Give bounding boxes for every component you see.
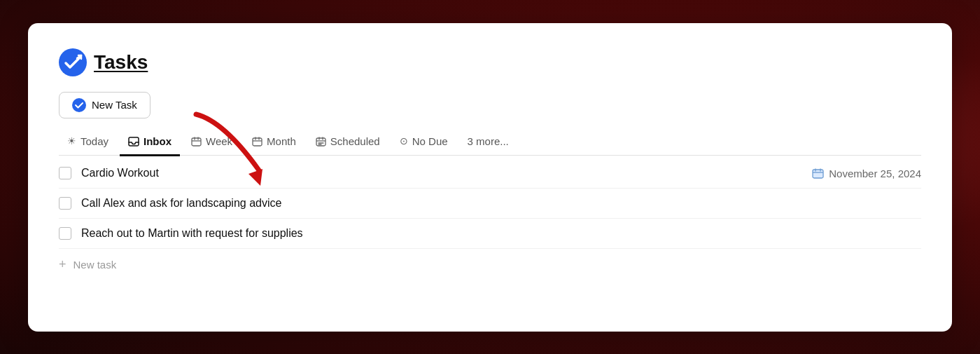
new-task-label: New Task (92, 99, 137, 111)
tab-today[interactable]: ☀ Today (59, 130, 117, 156)
svg-rect-7 (813, 170, 823, 178)
no-due-icon: ⊙ (400, 135, 408, 147)
month-icon (252, 135, 262, 147)
svg-rect-5 (253, 138, 262, 146)
main-card: Tasks New Task ☀ Today (28, 23, 952, 332)
tab-week[interactable]: Week (183, 130, 241, 156)
task-1-date: November 25, 2024 (812, 168, 921, 179)
add-task-plus-icon: + (59, 257, 66, 272)
tab-month[interactable]: Month (244, 130, 304, 156)
task-3-text: Reach out to Martin with request for sup… (81, 227, 921, 240)
task-1-text: Cardio Workout (81, 167, 802, 179)
today-icon: ☀ (67, 135, 76, 147)
table-row: Call Alex and ask for landscaping advice (59, 189, 921, 219)
task-1-checkbox[interactable] (59, 167, 71, 179)
svg-point-0 (59, 48, 87, 76)
tab-week-label: Week (206, 135, 232, 147)
page-title: Tasks (94, 51, 148, 74)
task-1-cal-icon (812, 168, 824, 179)
tab-month-label: Month (267, 135, 296, 147)
tab-inbox[interactable]: Inbox (120, 130, 180, 156)
table-row: Reach out to Martin with request for sup… (59, 219, 921, 249)
task-2-checkbox[interactable] (59, 197, 71, 210)
svg-point-1 (72, 98, 86, 112)
tab-today-label: Today (80, 135, 108, 147)
tab-no-due-label: No Due (412, 135, 448, 147)
tab-scheduled-label: Scheduled (330, 135, 380, 147)
task-list: Cardio Workout November 25, 2024 Call Al… (59, 156, 921, 272)
tab-more-label: 3 more... (468, 135, 509, 147)
new-task-button[interactable]: New Task (59, 92, 150, 118)
task-2-text: Call Alex and ask for landscaping advice (81, 197, 921, 210)
tab-no-due[interactable]: ⊙ No Due (391, 130, 456, 156)
app-header: Tasks (59, 48, 921, 76)
task-3-checkbox[interactable] (59, 227, 71, 240)
scheduled-icon (316, 135, 326, 147)
tab-bar: ☀ Today Inbox Week (59, 130, 921, 156)
tasks-app-icon (59, 48, 87, 76)
tab-inbox-label: Inbox (144, 135, 172, 147)
svg-rect-4 (192, 138, 201, 146)
inbox-icon (128, 135, 139, 147)
new-task-check-icon (72, 98, 86, 112)
add-task-label: New task (74, 259, 117, 271)
add-task-row[interactable]: + New task (59, 249, 921, 272)
table-row: Cardio Workout November 25, 2024 (59, 158, 921, 189)
task-1-date-text: November 25, 2024 (829, 168, 921, 179)
tab-more[interactable]: 3 more... (459, 130, 517, 156)
tab-scheduled[interactable]: Scheduled (307, 130, 388, 156)
week-icon (191, 135, 202, 147)
